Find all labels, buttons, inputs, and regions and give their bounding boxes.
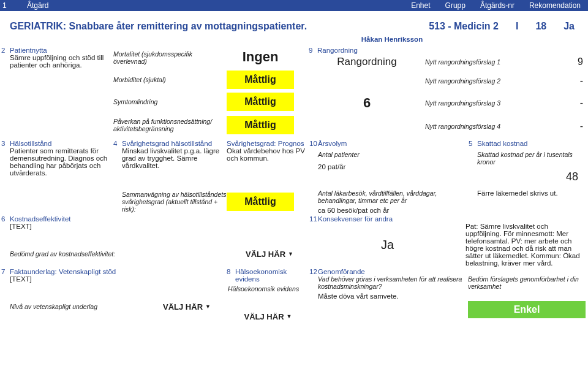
- rek-val: Ja: [564, 21, 575, 32]
- s12-rl: Bedöm förslagets genomförbarhet i din ve…: [468, 275, 586, 290]
- s5-label: Skattad kostnad per år i tusentals krono…: [469, 151, 584, 166]
- s7-label: Nivå av vetenskapligt underlag: [1, 303, 147, 310]
- s9-r4-v: -: [539, 121, 588, 132]
- s12-q: Vad behöver göras i verksamheten för att…: [318, 275, 466, 290]
- s9-num: 9: [309, 47, 317, 54]
- sev1-label: Mortalitet (sjukdomsspecifik överlevnad): [113, 50, 227, 65]
- col-num: 1: [2, 0, 27, 11]
- s9-r4-l: Nytt rangordningsförslag 4: [425, 123, 539, 130]
- sev3-val: Måttlig: [227, 93, 294, 111]
- s5-title: Skattad kostnad: [477, 140, 527, 147]
- prog-title: Svårighetsgrad: Prognos: [227, 140, 309, 147]
- s12-a: Måste döva vårt samvete.: [318, 292, 466, 300]
- s9-big: Rangordning: [309, 56, 425, 68]
- s12-title: Genomförande: [318, 268, 365, 275]
- s6-body: [TEXT]: [1, 223, 309, 230]
- s7-body: [TEXT]: [1, 275, 227, 283]
- s7-select[interactable]: VÄLJ HÄR: [147, 299, 227, 315]
- s3-title: Hälsotillstånd: [10, 140, 51, 147]
- s4-sum-l: Sammanvägning av hälsotillståndets svåri…: [113, 191, 227, 213]
- col-enhet: Enhet: [411, 0, 430, 11]
- s6-title: Kostnadseffektivitet: [10, 215, 71, 223]
- s8-label: Hälsoekonomsik evidens: [227, 285, 309, 292]
- sev4-label: Påverkan på funktionsnedsättning/ aktivi…: [113, 118, 227, 132]
- col-rek: Rekomendation: [529, 0, 581, 11]
- s6-label: Bedömd grad av kostnadseffektivitet:: [1, 250, 116, 258]
- s2-body: Sämre uppföljning och stöd till patiente…: [1, 54, 113, 69]
- s10-num: 10: [309, 140, 318, 147]
- s4-title: Svårighetsgrad hälsotillstånd: [122, 140, 212, 147]
- s10-title: Årsvolym: [318, 140, 347, 147]
- sev2-val: Måttlig: [227, 71, 294, 89]
- atgardsnr-val: 18: [535, 21, 546, 32]
- s11-title: Konsekvenser för andra: [318, 215, 393, 223]
- s12-num: 12: [309, 268, 318, 275]
- s9-r1-l: Nytt rangordningsförslag 1: [425, 58, 539, 66]
- s6-num: 6: [1, 215, 10, 223]
- s2-num: 2: [1, 47, 10, 54]
- s6-select[interactable]: VÄLJ HÄR: [230, 246, 309, 262]
- s5-extra: Färre läkemedel skrivs ut.: [469, 189, 584, 197]
- col-atgard: Åtgärd: [27, 0, 411, 11]
- col-atgardsnr: Åtgärds-nr: [480, 0, 514, 11]
- s4-num: 4: [113, 140, 122, 147]
- page-title: GERIATRIK: Snabbare åter remittering av …: [0, 21, 429, 32]
- s9-title: Rangordning: [317, 47, 358, 54]
- person: Håkan Henriksson: [196, 36, 588, 43]
- s2-title: Patientnytta: [10, 47, 47, 54]
- grupp-val: I: [516, 21, 518, 32]
- col-grupp: Grupp: [445, 0, 466, 11]
- s12-rv: Enkel: [468, 301, 586, 318]
- s5-val: 48: [469, 170, 584, 183]
- unit: 513 - Medicin 2: [429, 21, 499, 32]
- sev2-label: Morbiditet (sjuktal): [113, 76, 227, 83]
- s5-num: 5: [469, 140, 477, 147]
- s3-num: 3: [1, 140, 10, 147]
- s10-ap-v: 20 pat/år: [309, 163, 469, 170]
- s9-r2-l: Nytt rangordningsförslag 2: [425, 77, 539, 85]
- s8-title: Hälsoekonomisk evidens: [235, 268, 309, 283]
- s9-r1-v: 9: [539, 56, 588, 67]
- header-bar: 1 Åtgärd Enhet Grupp Åtgärds-nr Rekomend…: [0, 0, 588, 11]
- s8-num: 8: [227, 268, 235, 283]
- s9-r3-l: Nytt rangordningsförslag 3: [425, 99, 539, 107]
- s10-sub: Antal läkarbesök, vårdtillfällen, vårdda…: [309, 189, 469, 204]
- s7-num: 7: [1, 268, 10, 275]
- s4-body: Minskad livskvalitet p.g.a. lägre grad a…: [113, 147, 227, 169]
- sev1-val: Ingen: [227, 49, 294, 65]
- s3-body: Patienter som remitterats för demensutre…: [1, 147, 113, 177]
- s9-r3-v: -: [539, 98, 588, 109]
- prog-body: Ökat vårdebehov hos PV och kommun.: [227, 147, 309, 162]
- s11-val: Ja: [309, 229, 466, 261]
- s11-body: Pat: Sämre livskvalitet och uppföljning.…: [466, 223, 588, 267]
- s7-title: Faktaunderlag: Vetenskapligt stöd: [10, 268, 116, 275]
- s10-ap-l: Antal patienter: [309, 151, 469, 158]
- s8-select[interactable]: VÄLJ HÄR: [227, 308, 309, 324]
- s10-sub-v: ca 60 besök/pat och år: [309, 207, 469, 214]
- sev3-label: Symtomlindring: [113, 98, 227, 105]
- sev4-val: Måttlig: [227, 116, 294, 134]
- s9-six: 6: [309, 95, 425, 111]
- s11-num: 11: [309, 215, 318, 223]
- s4-sum-v: Måttlig: [227, 193, 294, 211]
- s9-r2-v: -: [539, 75, 588, 86]
- header-row: GERIATRIK: Snabbare åter remittering av …: [0, 21, 588, 32]
